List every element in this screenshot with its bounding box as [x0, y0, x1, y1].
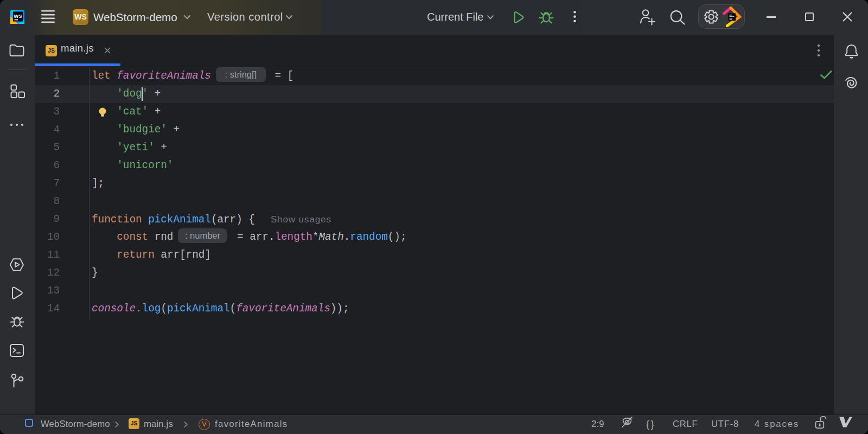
svg-text:WS: WS [14, 13, 22, 19]
